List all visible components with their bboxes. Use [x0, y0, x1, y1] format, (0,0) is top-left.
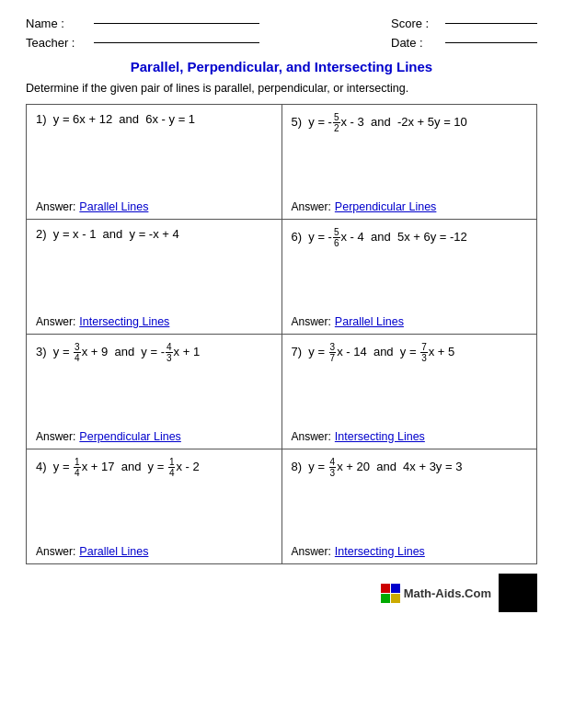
answer-value-8: Intersecting Lines [335, 545, 425, 558]
score-line [445, 23, 537, 24]
answer-value-3: Perpendicular Lines [79, 430, 181, 443]
date-line [445, 42, 537, 43]
answer-value-5: Perpendicular Lines [335, 200, 437, 213]
logo-square-red [381, 584, 390, 593]
problem-cell-6: 6) y = -56x - 4 and 5x + 6y = -12 Answer… [282, 220, 537, 335]
answer-label-8: Answer: [292, 545, 331, 558]
answer-label-6: Answer: [292, 315, 331, 328]
name-line [94, 23, 259, 24]
table-row: 2) y = x - 1 and y = -x + 4 Answer: Inte… [27, 220, 537, 335]
logo-icon [381, 584, 400, 603]
answer-row-6: Answer: Parallel Lines [292, 312, 528, 328]
logo-square-green [381, 594, 390, 603]
teacher-label: Teacher : [26, 36, 90, 50]
teacher-row: Teacher : Date : [26, 36, 537, 50]
problem-text-5: 5) y = -52x - 3 and -2x + 5y = 10 [292, 112, 528, 197]
problem-cell-5: 5) y = -52x - 3 and -2x + 5y = 10 Answer… [282, 105, 537, 220]
logo-square-blue [391, 584, 400, 593]
score-label: Score : [391, 17, 442, 30]
problem-text-2: 2) y = x - 1 and y = -x + 4 [36, 227, 272, 312]
answer-row-3: Answer: Perpendicular Lines [36, 427, 272, 443]
problem-cell-8: 8) y = 43x + 20 and 4x + 3y = 3 Answer: … [282, 449, 537, 564]
answer-label-1: Answer: [36, 200, 75, 213]
answer-row-1: Answer: Parallel Lines [36, 197, 272, 213]
problem-num: 5) [292, 115, 303, 129]
logo-square-yellow [391, 594, 400, 603]
answer-label-4: Answer: [36, 545, 75, 558]
teacher-line [94, 42, 259, 43]
problem-text-3: 3) y = 34x + 9 and y = -43x + 1 [36, 342, 272, 427]
answer-label-3: Answer: [36, 430, 75, 443]
page-title: Parallel, Perpendicular, and Intersectin… [26, 59, 537, 74]
problem-num: 7) [292, 345, 303, 358]
name-row: Name : Score : [26, 17, 537, 30]
answer-value-4: Parallel Lines [79, 545, 148, 558]
problem-num: 4) [36, 460, 47, 473]
problem-num: 6) [292, 230, 303, 244]
answer-row-4: Answer: Parallel Lines [36, 541, 272, 558]
problem-text-6: 6) y = -56x - 4 and 5x + 6y = -12 [292, 227, 528, 312]
instructions: Determine if the given pair of lines is … [26, 82, 537, 95]
problem-cell-4: 4) y = 14x + 17 and y = 14x - 2 Answer: … [27, 449, 282, 564]
name-label: Name : [26, 17, 90, 30]
problem-text-7: 7) y = 37x - 14 and y = 73x + 5 [292, 342, 528, 427]
answer-row-5: Answer: Perpendicular Lines [292, 197, 528, 213]
answer-row-8: Answer: Intersecting Lines [292, 541, 528, 558]
answer-label-2: Answer: [36, 315, 75, 328]
problem-cell-3: 3) y = 34x + 9 and y = -43x + 1 Answer: … [27, 335, 282, 449]
problem-text-4: 4) y = 14x + 17 and y = 14x - 2 [36, 457, 272, 541]
table-row: 4) y = 14x + 17 and y = 14x - 2 Answer: … [27, 449, 537, 564]
answer-row-7: Answer: Intersecting Lines [292, 427, 528, 443]
answer-label-5: Answer: [292, 200, 331, 213]
date-label: Date : [391, 36, 442, 50]
problem-cell-7: 7) y = 37x - 14 and y = 73x + 5 Answer: … [282, 335, 537, 449]
header-section: Name : Score : Teacher : Date : [26, 17, 537, 50]
table-row: 1) y = 6x + 12 and 6x - y = 1 Answer: Pa… [27, 105, 537, 220]
table-row: 3) y = 34x + 9 and y = -43x + 1 Answer: … [27, 335, 537, 449]
answer-row-2: Answer: Intersecting Lines [36, 312, 272, 328]
problem-text-1: 1) y = 6x + 12 and 6x - y = 1 [36, 112, 272, 197]
math-aids-logo: Math-Aids.Com [381, 584, 491, 603]
answer-value-6: Parallel Lines [335, 315, 404, 328]
problem-cell-1: 1) y = 6x + 12 and 6x - y = 1 Answer: Pa… [27, 105, 282, 220]
score-section: Score : [391, 17, 537, 30]
problem-text-8: 8) y = 43x + 20 and 4x + 3y = 3 [292, 457, 528, 541]
problem-num: 2) [36, 227, 47, 241]
problem-num: 8) [292, 460, 303, 473]
problems-table: 1) y = 6x + 12 and 6x - y = 1 Answer: Pa… [26, 104, 537, 564]
answer-value-7: Intersecting Lines [335, 430, 425, 443]
answer-value-1: Parallel Lines [79, 200, 148, 213]
qr-code [499, 574, 537, 612]
date-section: Date : [391, 36, 537, 50]
problem-cell-2: 2) y = x - 1 and y = -x + 4 Answer: Inte… [27, 220, 282, 335]
brand-name: Math-Aids.Com [404, 586, 491, 600]
answer-value-2: Intersecting Lines [79, 315, 169, 328]
footer: Math-Aids.Com [26, 574, 537, 612]
problem-num: 3) [36, 345, 47, 358]
answer-label-7: Answer: [292, 430, 331, 443]
problem-num: 1) [36, 112, 47, 126]
